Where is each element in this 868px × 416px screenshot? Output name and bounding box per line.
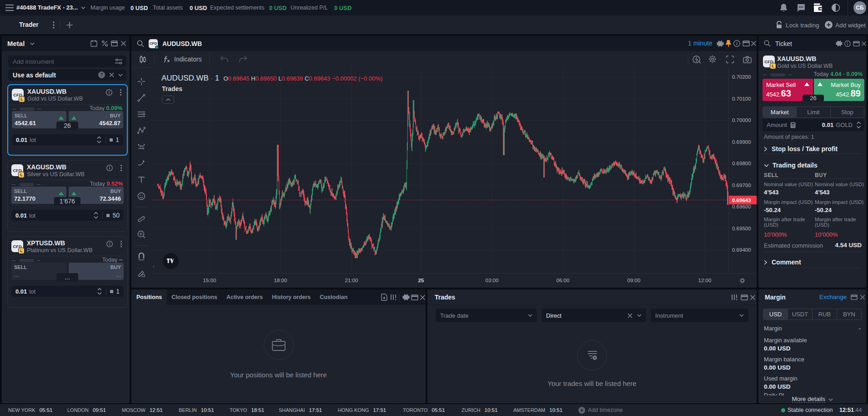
svg-text:06:00: 06:00 — [557, 278, 570, 283]
svg-text:15:00: 15:00 — [203, 278, 216, 283]
svg-text:09:00: 09:00 — [627, 278, 641, 283]
svg-text:0.70100: 0.70100 — [732, 96, 751, 101]
svg-text:03:00: 03:00 — [486, 278, 499, 283]
svg-text:12:00: 12:00 — [698, 278, 712, 283]
svg-text:0.69800: 0.69800 — [732, 161, 751, 166]
svg-text:0.69400: 0.69400 — [732, 247, 751, 253]
svg-text:0.69500: 0.69500 — [732, 226, 751, 231]
svg-text:0.69700: 0.69700 — [732, 183, 751, 188]
svg-text:21:00: 21:00 — [345, 278, 358, 283]
svg-text:0.69600: 0.69600 — [732, 204, 751, 209]
svg-text:18:00: 18:00 — [274, 278, 287, 283]
svg-text:0.69643: 0.69643 — [732, 198, 751, 203]
svg-text:?: ? — [100, 72, 103, 77]
svg-text:25: 25 — [418, 278, 424, 283]
svg-text:0.69900: 0.69900 — [732, 139, 751, 145]
svg-text:0.70000: 0.70000 — [732, 117, 751, 123]
svg-text:0.70200: 0.70200 — [732, 74, 751, 80]
